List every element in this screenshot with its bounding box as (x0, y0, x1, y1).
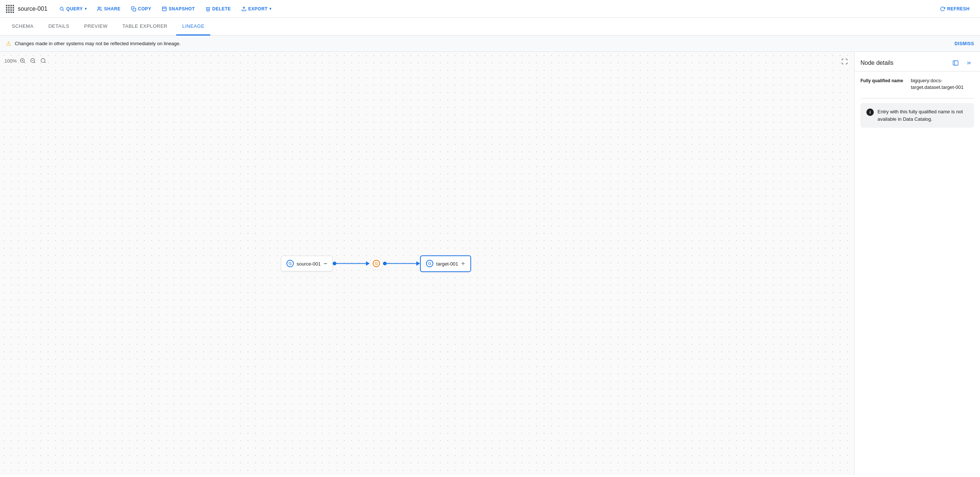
notice-bar: ⚠ Changes made in other systems may not … (0, 35, 980, 52)
query-dropdown-icon: ▾ (85, 7, 87, 11)
connector-dot-2 (383, 262, 387, 266)
query-button[interactable]: QUERY ▾ (55, 4, 91, 14)
fit-view-button[interactable] (839, 56, 850, 67)
notice-message: Changes made in other systems may not be… (15, 41, 181, 46)
svg-rect-21 (953, 61, 958, 65)
svg-point-2 (98, 7, 100, 8)
fully-qualified-name-value: bigquery:docs-target.dataset.target-001 (911, 77, 974, 91)
search-icon (59, 6, 64, 11)
refresh-button[interactable]: REFRESH (935, 4, 974, 14)
zoom-in-icon (20, 58, 25, 64)
grid-icon (6, 5, 14, 13)
zoom-in-button[interactable] (18, 56, 27, 65)
search-orange-icon (374, 262, 378, 266)
zoom-reset-icon (40, 58, 46, 64)
delete-icon (205, 6, 211, 11)
delete-button[interactable]: DELETE (201, 4, 235, 14)
target-node-expand[interactable]: + (461, 260, 465, 267)
zoom-level: 100% (5, 58, 17, 64)
lineage-canvas[interactable]: 100% (0, 52, 854, 475)
connector-1 (333, 262, 370, 266)
warning-icon: ⚠ (6, 40, 11, 47)
zoom-out-icon (30, 58, 36, 64)
panel-collapse-icon (966, 60, 972, 66)
fit-view-icon (841, 58, 848, 65)
svg-point-17 (375, 262, 377, 265)
panel-collapse-button[interactable] (964, 58, 974, 68)
svg-line-1 (63, 10, 64, 11)
zoom-reset-button[interactable] (39, 56, 48, 65)
fully-qualified-name-label: Fully qualified name (861, 77, 905, 91)
target-node-label: target-001 (436, 261, 458, 266)
search-small-icon (288, 262, 292, 266)
svg-rect-3 (133, 8, 136, 11)
tab-table-explorer[interactable]: TABLE EXPLORER (116, 18, 173, 35)
tab-details[interactable]: DETAILS (43, 18, 75, 35)
tab-preview[interactable]: PREVIEW (78, 18, 113, 35)
refresh-icon (940, 6, 945, 11)
dismiss-button[interactable]: DISMISS (955, 41, 974, 46)
app-title: source-001 (6, 5, 48, 13)
svg-point-15 (289, 262, 291, 265)
svg-line-14 (45, 62, 46, 63)
share-icon (97, 6, 102, 11)
panel-title: Node details (861, 60, 947, 66)
info-box: i Entry with this fully qualified name i… (861, 103, 974, 128)
svg-point-0 (60, 7, 63, 10)
snapshot-icon (162, 6, 167, 11)
copy-icon (131, 6, 136, 11)
export-button[interactable]: EXPORT ▾ (237, 4, 276, 14)
source-node[interactable]: source-001 − (280, 256, 332, 271)
svg-point-19 (428, 262, 430, 265)
panel-toggle-icon (953, 60, 959, 66)
info-message: Entry with this fully qualified name is … (878, 108, 968, 123)
main-area: 100% (0, 52, 980, 475)
panel-view-toggle[interactable] (950, 58, 961, 68)
lineage-diagram: source-001 − (280, 255, 471, 272)
snapshot-button[interactable]: SNAPSHOT (157, 4, 199, 14)
zoom-controls: 100% (5, 56, 48, 65)
svg-point-13 (41, 59, 45, 62)
svg-line-7 (24, 62, 25, 63)
connector-line-2 (387, 263, 416, 264)
tabs-bar: SCHEMA DETAILS PREVIEW TABLE EXPLORER LI… (0, 18, 980, 35)
svg-line-16 (291, 264, 291, 265)
source-node-collapse[interactable]: − (323, 260, 327, 267)
svg-line-11 (34, 62, 35, 63)
search-target-icon (428, 262, 431, 266)
svg-line-18 (377, 264, 378, 265)
top-bar: source-001 QUERY ▾ SHARE COPY SNAPSHOT D… (0, 0, 980, 18)
panel-body: Fully qualified name bigquery:docs-targe… (854, 72, 980, 134)
source-node-icon (286, 260, 293, 267)
panel-header: Node details (854, 52, 980, 72)
target-node-icon (426, 260, 433, 267)
panel-divider (861, 98, 974, 99)
page-title: source-001 (18, 6, 48, 12)
fully-qualified-name-row: Fully qualified name bigquery:docs-targe… (861, 77, 974, 91)
connector-line-1 (336, 263, 366, 264)
connector-dot-1 (333, 262, 336, 266)
connector-arrow-1 (366, 262, 370, 266)
zoom-out-button[interactable] (29, 56, 37, 65)
connector-arrow-2 (416, 262, 420, 266)
info-icon: i (866, 108, 874, 116)
source-node-label: source-001 (296, 261, 320, 266)
tab-lineage[interactable]: LINEAGE (176, 18, 210, 35)
middle-node-icon (373, 260, 380, 267)
svg-rect-4 (162, 7, 167, 11)
connector-2 (383, 262, 420, 266)
export-dropdown-icon: ▾ (269, 7, 272, 11)
export-icon (241, 6, 247, 11)
node-details-panel: Node details Fully qualified name bigque… (854, 52, 980, 475)
target-node[interactable]: target-001 + (420, 255, 471, 272)
svg-line-20 (430, 264, 431, 265)
copy-button[interactable]: COPY (127, 4, 156, 14)
middle-node[interactable] (370, 257, 383, 270)
share-button[interactable]: SHARE (92, 4, 125, 14)
tab-schema[interactable]: SCHEMA (6, 18, 40, 35)
